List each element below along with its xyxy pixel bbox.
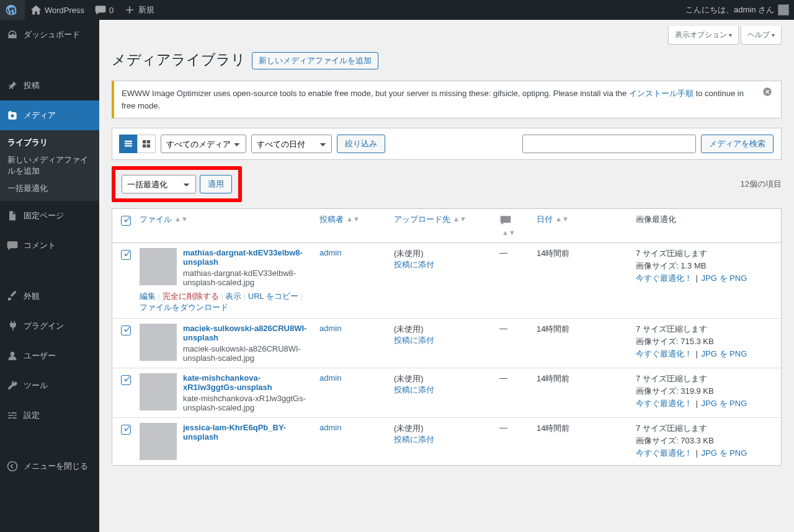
menu-pages[interactable]: 固定ページ (0, 201, 99, 231)
brush-icon (6, 290, 19, 303)
view-list-button[interactable] (119, 135, 138, 153)
media-title-link[interactable]: mathias-dargnat-kdEV33elbw8-unsplash (183, 248, 303, 267)
attach-link[interactable]: 投稿に添付 (394, 335, 434, 345)
row-action-copy-url[interactable]: URL をコピー (248, 291, 298, 301)
add-media-button[interactable]: 新しいメディアファイルを追加 (252, 52, 378, 69)
plug-icon (6, 320, 19, 332)
view-switch (120, 135, 156, 153)
uploaded-to-cell: (未使用)投稿に添付 (388, 368, 493, 418)
comment-icon (6, 239, 19, 252)
bulk-actions-bar: 一括最適化 適用 12個の項目 (112, 160, 782, 208)
site-name-label: WordPress (45, 6, 84, 15)
menu-media-label: メディア (24, 110, 56, 121)
apply-bulk-button[interactable]: 適用 (200, 175, 232, 193)
select-all-checkbox[interactable] (121, 216, 131, 226)
submenu-library[interactable]: ライブラリ (0, 134, 99, 151)
jpg-to-png-link[interactable]: JPG を PNG (702, 273, 747, 283)
author-link[interactable]: admin (319, 423, 341, 432)
jpg-to-png-link[interactable]: JPG を PNG (702, 349, 747, 358)
filter-button[interactable]: 絞り込み (337, 135, 385, 153)
attach-link[interactable]: 投稿に添付 (394, 435, 434, 444)
media-title-link[interactable]: maciek-sulkowski-a826CRU8WI-unsplash (183, 324, 306, 342)
uploaded-to-cell: (未使用)投稿に添付 (388, 319, 493, 368)
author-link[interactable]: admin (319, 248, 341, 257)
menu-users-label: ユーザー (24, 350, 56, 361)
menu-comments-label: コメント (24, 240, 56, 251)
menu-media[interactable]: メディア (0, 100, 99, 130)
menu-comments[interactable]: コメント (0, 231, 99, 260)
new-content[interactable]: 新規 (118, 0, 159, 20)
menu-collapse[interactable]: メニューを閉じる (0, 451, 99, 481)
optimize-now-link[interactable]: 今すぐ最適化！ (636, 273, 692, 283)
menu-settings[interactable]: 設定 (0, 401, 99, 430)
optimize-now-link[interactable]: 今すぐ最適化！ (636, 399, 692, 408)
jpg-to-png-link[interactable]: JPG を PNG (702, 448, 747, 458)
attach-link[interactable]: 投稿に添付 (394, 260, 434, 269)
menu-settings-label: 設定 (24, 410, 40, 421)
row-action-delete[interactable]: 完全に削除する (163, 291, 219, 301)
list-icon (123, 138, 134, 149)
menu-posts[interactable]: 投稿 (0, 71, 99, 100)
row-checkbox[interactable] (121, 375, 131, 385)
screen-options-button[interactable]: 表示オプション (668, 26, 739, 45)
submenu-bulk-optimize[interactable]: 一括最適化 (0, 180, 99, 197)
col-optimization: 画像最適化 (630, 209, 782, 243)
submenu-add-new[interactable]: 新しいメディアファイルを追加 (0, 151, 99, 180)
wp-logo[interactable] (0, 0, 25, 20)
row-action-view[interactable]: 表示 (225, 291, 241, 301)
thumbnail[interactable] (140, 324, 177, 361)
author-link[interactable]: admin (319, 324, 341, 333)
comments-count[interactable]: 0 (89, 0, 118, 20)
col-uploaded-to[interactable]: アップロード先▲▼ (394, 215, 466, 224)
media-title-link[interactable]: kate-mishchankova-xR1lw3ggtGs-unsplash (183, 373, 272, 392)
help-button[interactable]: ヘルプ (741, 26, 782, 45)
admin-bar: WordPress 0 新規 こんにちは、admin さん (0, 0, 794, 20)
media-title-link[interactable]: jessica-lam-KhrE6qPb_BY-unsplash (183, 423, 286, 441)
my-account[interactable]: こんにちは、admin さん (680, 0, 794, 20)
jpg-to-png-link[interactable]: JPG を PNG (702, 399, 747, 408)
bulk-action-select[interactable]: 一括最適化 (122, 175, 196, 193)
menu-plugins[interactable]: プラグイン (0, 311, 99, 341)
table-row: jessica-lam-KhrE6qPb_BY-unsplashadmin(未使… (112, 418, 782, 466)
bulk-actions-highlight: 一括最適化 適用 (112, 166, 242, 202)
filter-type-select[interactable]: すべてのメディア (161, 135, 246, 153)
menu-users[interactable]: ユーザー (0, 341, 99, 371)
install-instructions-link[interactable]: インストール手順 (629, 89, 694, 98)
thumbnail[interactable] (140, 373, 177, 410)
view-grid-button[interactable] (137, 135, 156, 153)
site-name[interactable]: WordPress (25, 0, 89, 20)
thumbnail[interactable] (140, 248, 177, 285)
menu-tools[interactable]: ツール (0, 371, 99, 401)
row-action-edit[interactable]: 編集 (140, 291, 156, 301)
comments-count-label: 0 (109, 6, 114, 15)
menu-dashboard[interactable]: ダッシュボード (0, 20, 99, 50)
svg-point-0 (8, 462, 17, 471)
uploaded-to-cell: (未使用)投稿に添付 (388, 418, 493, 466)
date-cell: 14時間前 (530, 368, 630, 418)
comment-icon (94, 4, 107, 16)
date-cell: 14時間前 (530, 418, 630, 466)
dismiss-notice-button[interactable] (759, 86, 776, 100)
filter-date-select[interactable]: すべての日付 (251, 135, 332, 153)
thumbnail[interactable] (140, 423, 177, 460)
col-author[interactable]: 投稿者▲▼ (319, 215, 360, 224)
media-search-input[interactable] (522, 135, 696, 153)
col-date[interactable]: 日付▲▼ (537, 215, 569, 224)
row-action-download[interactable]: ファイルをダウンロード (140, 303, 228, 312)
sort-icon: ▲▼ (502, 229, 515, 236)
author-link[interactable]: admin (319, 373, 341, 383)
menu-appearance[interactable]: 外観 (0, 282, 99, 311)
attach-link[interactable]: 投稿に添付 (394, 385, 434, 394)
row-checkbox[interactable] (121, 425, 131, 435)
row-checkbox[interactable] (121, 250, 131, 260)
menu-collapse-label: メニューを閉じる (24, 461, 88, 472)
search-submit-button[interactable]: メディアを検索 (701, 135, 774, 153)
col-file[interactable]: ファイル▲▼ (140, 215, 188, 224)
sort-icon: ▲▼ (346, 215, 360, 223)
menu-tools-label: ツール (24, 380, 48, 391)
col-comments[interactable]: ▲▼ (499, 219, 515, 237)
collapse-icon (6, 460, 19, 472)
optimize-now-link[interactable]: 今すぐ最適化！ (636, 448, 692, 458)
optimize-now-link[interactable]: 今すぐ最適化！ (636, 349, 692, 358)
row-checkbox[interactable] (121, 326, 131, 335)
